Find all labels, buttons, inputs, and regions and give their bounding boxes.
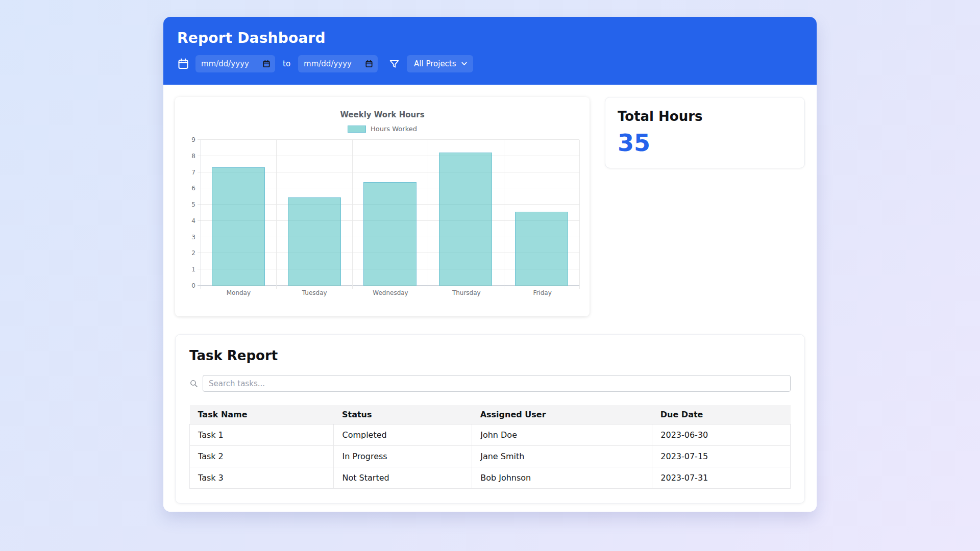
task-report-title: Task Report [189, 348, 791, 363]
y-tick-label: 4 [191, 217, 195, 224]
project-filter-value: All Projects [414, 59, 456, 68]
due-date-cell: 2023-06-30 [652, 424, 791, 446]
gridline [504, 140, 504, 289]
date-from-placeholder: mm/dd/yyyy [201, 59, 249, 68]
table-row: Task 3 Not Started Bob Johnson 2023-07-3… [190, 467, 791, 489]
chart-legend[interactable]: Hours Worked [184, 125, 580, 133]
filter-icon [389, 59, 400, 69]
dashboard-window: Report Dashboard mm/dd/yyyy [163, 17, 817, 512]
x-tick-label: Monday [201, 289, 277, 296]
y-tick-label: 9 [191, 136, 195, 143]
bar-chart: 0123456789 [184, 140, 580, 286]
gridline [352, 140, 353, 289]
y-tick-label: 0 [191, 282, 195, 289]
gridline [276, 140, 277, 289]
legend-swatch [348, 126, 366, 133]
y-tick-label: 5 [191, 201, 195, 208]
bar-thursday [439, 153, 492, 286]
task-name-cell: Task 1 [190, 424, 334, 446]
gridline [428, 140, 428, 289]
date-to-input[interactable]: mm/dd/yyyy [298, 55, 378, 72]
assigned-user-cell: Bob Johnson [472, 467, 652, 489]
assigned-user-cell: John Doe [472, 424, 652, 446]
due-date-cell: 2023-07-15 [652, 446, 791, 467]
bar-monday [212, 167, 265, 286]
date-picker-icon[interactable] [262, 60, 271, 68]
search-input[interactable] [203, 375, 791, 392]
chevron-down-icon [461, 62, 467, 66]
status-cell: Not Started [334, 467, 472, 489]
x-tick-label: Tuesday [277, 289, 353, 296]
status-cell: Completed [334, 424, 472, 446]
page-title: Report Dashboard [177, 30, 803, 46]
x-tick-label: Thursday [428, 289, 504, 296]
weekly-hours-chart-card: Weekly Work Hours Hours Worked 012345678… [175, 97, 590, 316]
gridline [198, 156, 579, 156]
date-picker-icon[interactable] [365, 60, 373, 68]
legend-label: Hours Worked [371, 125, 417, 133]
col-due-date: Due Date [652, 405, 791, 424]
col-task-name: Task Name [190, 405, 334, 424]
header-controls: mm/dd/yyyy to mm/dd/yyyy [177, 55, 803, 72]
calendar-icon [177, 58, 189, 70]
col-status: Status [334, 405, 472, 424]
to-label: to [283, 59, 290, 68]
assigned-user-cell: Jane Smith [472, 446, 652, 467]
search-icon [189, 379, 198, 388]
total-hours-card: Total Hours 35 [605, 97, 805, 168]
y-tick-label: 3 [191, 234, 195, 241]
chart-plot [201, 140, 579, 286]
y-tick-label: 2 [191, 249, 195, 257]
col-assigned-user: Assigned User [472, 405, 652, 424]
x-tick-label: Friday [504, 289, 580, 296]
y-tick-label: 6 [191, 185, 195, 192]
chart-y-axis: 0123456789 [184, 140, 201, 286]
chart-title: Weekly Work Hours [184, 110, 580, 119]
table-row: Task 2 In Progress Jane Smith 2023-07-15 [190, 446, 791, 467]
table-header-row: Task Name Status Assigned User Due Date [190, 405, 791, 424]
project-filter-select[interactable]: All Projects [407, 55, 473, 72]
due-date-cell: 2023-07-31 [652, 467, 791, 489]
gridline [198, 139, 579, 140]
chart-x-axis: MondayTuesdayWednesdayThursdayFriday [201, 289, 580, 296]
task-table: Task Name Status Assigned User Due Date … [189, 405, 791, 489]
bar-friday [515, 212, 568, 286]
date-from-input[interactable]: mm/dd/yyyy [195, 55, 275, 72]
status-cell: In Progress [334, 446, 472, 467]
total-hours-label: Total Hours [618, 109, 792, 124]
bar-wednesday [363, 182, 416, 286]
gridline [579, 140, 580, 289]
task-name-cell: Task 3 [190, 467, 334, 489]
y-tick-label: 1 [191, 266, 195, 273]
task-name-cell: Task 2 [190, 446, 334, 467]
header: Report Dashboard mm/dd/yyyy [163, 17, 817, 85]
table-row: Task 1 Completed John Doe 2023-06-30 [190, 424, 791, 446]
task-report-card: Task Report Task Name Status Assigned Us… [175, 334, 805, 504]
x-tick-label: Wednesday [353, 289, 429, 296]
y-tick-label: 8 [191, 153, 195, 160]
content-area: Weekly Work Hours Hours Worked 012345678… [163, 85, 817, 512]
bar-tuesday [288, 197, 341, 286]
gridline [201, 140, 201, 289]
total-hours-value: 35 [618, 129, 792, 157]
y-tick-label: 7 [191, 169, 195, 176]
date-to-placeholder: mm/dd/yyyy [304, 59, 352, 68]
